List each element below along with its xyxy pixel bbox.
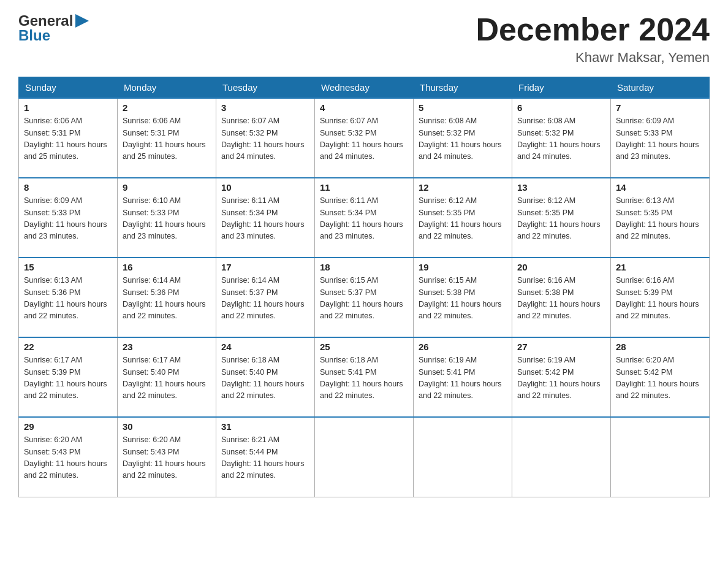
calendar-week-row: 22Sunrise: 6:17 AMSunset: 5:39 PMDayligh… [19,337,710,417]
calendar-cell: 19Sunrise: 6:15 AMSunset: 5:38 PMDayligh… [414,258,512,337]
day-info: Sunrise: 6:18 AMSunset: 5:41 PMDaylight:… [320,354,408,402]
day-number: 2 [123,102,211,113]
day-number: 20 [517,262,605,272]
calendar-cell [611,417,710,497]
weekday-header-row: SundayMondayTuesdayWednesdayThursdayFrid… [19,77,710,99]
day-info: Sunrise: 6:07 AMSunset: 5:32 PMDaylight:… [320,115,408,163]
weekday-header-tuesday: Tuesday [216,77,315,99]
calendar-cell: 26Sunrise: 6:19 AMSunset: 5:41 PMDayligh… [414,337,512,417]
day-number: 15 [24,262,112,272]
svg-marker-0 [75,14,89,28]
day-number: 8 [24,182,112,193]
calendar-cell [512,417,611,497]
day-info: Sunrise: 6:15 AMSunset: 5:37 PMDaylight:… [320,275,408,323]
calendar-cell: 8Sunrise: 6:09 AMSunset: 5:33 PMDaylight… [19,178,118,258]
day-info: Sunrise: 6:07 AMSunset: 5:32 PMDaylight:… [221,115,309,163]
day-info: Sunrise: 6:06 AMSunset: 5:31 PMDaylight:… [24,115,112,163]
day-info: Sunrise: 6:17 AMSunset: 5:39 PMDaylight:… [24,354,112,402]
calendar-cell: 12Sunrise: 6:12 AMSunset: 5:35 PMDayligh… [414,178,512,258]
day-number: 10 [221,182,309,193]
calendar-cell: 6Sunrise: 6:08 AMSunset: 5:32 PMDaylight… [512,98,611,178]
calendar-cell: 18Sunrise: 6:15 AMSunset: 5:37 PMDayligh… [315,258,414,337]
weekday-header-friday: Friday [512,77,611,99]
day-info: Sunrise: 6:16 AMSunset: 5:38 PMDaylight:… [517,275,605,323]
day-info: Sunrise: 6:17 AMSunset: 5:40 PMDaylight:… [123,354,211,402]
calendar-cell [315,417,414,497]
calendar-table: SundayMondayTuesdayWednesdayThursdayFrid… [18,77,710,497]
day-info: Sunrise: 6:13 AMSunset: 5:35 PMDaylight:… [616,195,704,243]
weekday-header-saturday: Saturday [611,77,710,99]
calendar-week-row: 1Sunrise: 6:06 AMSunset: 5:31 PMDaylight… [19,98,710,178]
day-number: 4 [320,102,408,113]
calendar-cell: 31Sunrise: 6:21 AMSunset: 5:44 PMDayligh… [216,417,315,497]
calendar-cell: 24Sunrise: 6:18 AMSunset: 5:40 PMDayligh… [216,337,315,417]
day-info: Sunrise: 6:10 AMSunset: 5:33 PMDaylight:… [123,195,211,243]
calendar-cell: 4Sunrise: 6:07 AMSunset: 5:32 PMDaylight… [315,98,414,178]
day-number: 31 [221,421,309,432]
weekday-header-wednesday: Wednesday [315,77,414,99]
day-number: 25 [320,342,408,352]
calendar-cell: 30Sunrise: 6:20 AMSunset: 5:43 PMDayligh… [118,417,216,497]
day-number: 23 [123,342,211,352]
day-number: 16 [123,262,211,272]
calendar-cell: 14Sunrise: 6:13 AMSunset: 5:35 PMDayligh… [611,178,710,258]
day-number: 22 [24,342,112,352]
calendar-cell: 13Sunrise: 6:12 AMSunset: 5:35 PMDayligh… [512,178,611,258]
calendar-cell: 16Sunrise: 6:14 AMSunset: 5:36 PMDayligh… [118,258,216,337]
day-info: Sunrise: 6:18 AMSunset: 5:40 PMDaylight:… [221,354,309,402]
day-number: 21 [616,262,704,272]
calendar-cell: 1Sunrise: 6:06 AMSunset: 5:31 PMDaylight… [19,98,118,178]
day-info: Sunrise: 6:15 AMSunset: 5:38 PMDaylight:… [419,275,507,323]
day-info: Sunrise: 6:09 AMSunset: 5:33 PMDaylight:… [24,195,112,243]
day-info: Sunrise: 6:08 AMSunset: 5:32 PMDaylight:… [517,115,605,163]
day-number: 14 [616,182,704,193]
calendar-cell: 28Sunrise: 6:20 AMSunset: 5:42 PMDayligh… [611,337,710,417]
day-number: 3 [221,102,309,113]
calendar-cell: 15Sunrise: 6:13 AMSunset: 5:36 PMDayligh… [19,258,118,337]
logo: General Blue [18,12,89,44]
calendar-cell: 2Sunrise: 6:06 AMSunset: 5:31 PMDaylight… [118,98,216,178]
calendar-week-row: 29Sunrise: 6:20 AMSunset: 5:43 PMDayligh… [19,417,710,497]
day-number: 5 [419,102,507,113]
calendar-cell: 20Sunrise: 6:16 AMSunset: 5:38 PMDayligh… [512,258,611,337]
day-number: 1 [24,102,112,113]
calendar-cell: 3Sunrise: 6:07 AMSunset: 5:32 PMDaylight… [216,98,315,178]
calendar-cell [414,417,512,497]
calendar-cell: 22Sunrise: 6:17 AMSunset: 5:39 PMDayligh… [19,337,118,417]
calendar-cell: 5Sunrise: 6:08 AMSunset: 5:32 PMDaylight… [414,98,512,178]
weekday-header-sunday: Sunday [19,77,118,99]
day-number: 19 [419,262,507,272]
calendar-cell: 21Sunrise: 6:16 AMSunset: 5:39 PMDayligh… [611,258,710,337]
day-number: 18 [320,262,408,272]
day-info: Sunrise: 6:11 AMSunset: 5:34 PMDaylight:… [221,195,309,243]
day-info: Sunrise: 6:12 AMSunset: 5:35 PMDaylight:… [419,195,507,243]
calendar-week-row: 15Sunrise: 6:13 AMSunset: 5:36 PMDayligh… [19,258,710,337]
calendar-cell: 10Sunrise: 6:11 AMSunset: 5:34 PMDayligh… [216,178,315,258]
calendar-cell: 29Sunrise: 6:20 AMSunset: 5:43 PMDayligh… [19,417,118,497]
day-number: 9 [123,182,211,193]
calendar-cell: 7Sunrise: 6:09 AMSunset: 5:33 PMDaylight… [611,98,710,178]
day-info: Sunrise: 6:20 AMSunset: 5:43 PMDaylight:… [24,434,112,482]
logo-line2: Blue [18,27,50,44]
day-info: Sunrise: 6:21 AMSunset: 5:44 PMDaylight:… [221,434,309,482]
day-number: 11 [320,182,408,193]
day-number: 12 [419,182,507,193]
day-number: 17 [221,262,309,272]
month-title: December 2024 [476,12,710,47]
day-info: Sunrise: 6:20 AMSunset: 5:43 PMDaylight:… [123,434,211,482]
day-info: Sunrise: 6:09 AMSunset: 5:33 PMDaylight:… [616,115,704,163]
day-info: Sunrise: 6:13 AMSunset: 5:36 PMDaylight:… [24,275,112,323]
weekday-header-monday: Monday [118,77,216,99]
calendar-cell: 17Sunrise: 6:14 AMSunset: 5:37 PMDayligh… [216,258,315,337]
day-number: 28 [616,342,704,352]
day-number: 6 [517,102,605,113]
day-number: 7 [616,102,704,113]
calendar-cell: 9Sunrise: 6:10 AMSunset: 5:33 PMDaylight… [118,178,216,258]
calendar-cell: 25Sunrise: 6:18 AMSunset: 5:41 PMDayligh… [315,337,414,417]
day-info: Sunrise: 6:20 AMSunset: 5:42 PMDaylight:… [616,354,704,402]
day-info: Sunrise: 6:11 AMSunset: 5:34 PMDaylight:… [320,195,408,243]
calendar-cell: 27Sunrise: 6:19 AMSunset: 5:42 PMDayligh… [512,337,611,417]
day-number: 13 [517,182,605,193]
weekday-header-thursday: Thursday [414,77,512,99]
day-info: Sunrise: 6:08 AMSunset: 5:32 PMDaylight:… [419,115,507,163]
